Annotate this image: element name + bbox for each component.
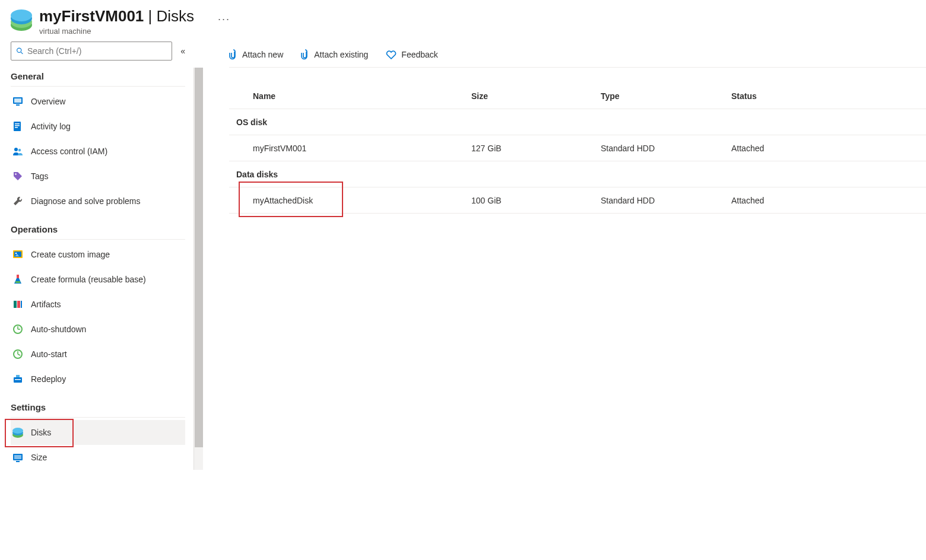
- people-icon: [12, 145, 24, 157]
- sidebar-item-create-custom-image[interactable]: Create custom image: [11, 242, 185, 267]
- svg-point-0: [17, 48, 21, 52]
- disks-table: Name Size Type Status OS disk myFirstVM0…: [229, 83, 926, 214]
- sidebar-item-label: Redeploy: [31, 374, 66, 384]
- feedback-button[interactable]: Feedback: [386, 50, 437, 59]
- search-icon: [16, 47, 24, 55]
- tag-icon: [12, 170, 24, 182]
- disks-icon: [12, 427, 24, 438]
- collapse-sidebar-button[interactable]: «: [180, 46, 185, 56]
- sidebar-item-tags[interactable]: Tags: [11, 164, 185, 189]
- resource-type-icon: [11, 9, 32, 31]
- more-actions-button[interactable]: ···: [218, 13, 230, 26]
- disk-size-cell: 100 GiB: [471, 196, 601, 205]
- toolbar-item-label: Attach existing: [314, 50, 368, 59]
- divider: [11, 239, 185, 240]
- sidebar-scrollbar[interactable]: ▼: [194, 68, 203, 470]
- sidebar-item-label: Auto-shutdown: [31, 324, 86, 334]
- search-input-wrapper[interactable]: [11, 42, 172, 61]
- sidebar-item-access-control[interactable]: Access control (IAM): [11, 139, 185, 164]
- scrollbar-thumb[interactable]: [195, 68, 203, 447]
- table-row[interactable]: myFirstVM001 127 GiB Standard HDD Attach…: [229, 135, 926, 161]
- svg-rect-7: [15, 125, 20, 126]
- svg-rect-15: [17, 275, 19, 278]
- sidebar-item-label: Tags: [31, 171, 49, 181]
- sidebar-item-activity-log[interactable]: Activity log: [11, 114, 185, 139]
- attach-existing-button[interactable]: Attach existing: [301, 49, 368, 60]
- svg-point-9: [14, 148, 18, 151]
- sidebar-item-label: Artifacts: [31, 300, 61, 309]
- disk-status-cell: Attached: [731, 144, 850, 153]
- sidebar-item-label: Activity log: [31, 122, 71, 131]
- sidebar-section-settings: Settings: [11, 402, 185, 412]
- sidebar-item-auto-shutdown[interactable]: Auto-shutdown: [11, 317, 185, 342]
- page-header: myFirstVM001 | Disks virtual machine ···: [0, 0, 926, 42]
- sidebar-item-artifacts[interactable]: Artifacts: [11, 292, 185, 317]
- svg-rect-4: [16, 104, 20, 106]
- svg-line-25: [18, 354, 20, 355]
- table-header-row: Name Size Type Status: [229, 83, 926, 109]
- sidebar-item-disks[interactable]: Disks: [11, 420, 185, 445]
- clock-start-icon: [12, 348, 24, 360]
- disk-size-cell: 127 GiB: [471, 144, 601, 153]
- svg-rect-8: [15, 127, 18, 128]
- toolbar: Attach new Attach existing Feedback: [229, 42, 926, 68]
- attach-icon: [301, 49, 309, 60]
- sidebar-item-create-formula[interactable]: Create formula (reusable base): [11, 267, 185, 292]
- column-header-status[interactable]: Status: [731, 91, 850, 101]
- svg-rect-5: [14, 122, 21, 131]
- svg-rect-27: [16, 375, 20, 377]
- disk-status-cell: Attached: [731, 196, 850, 205]
- heart-icon: [386, 50, 397, 59]
- svg-rect-3: [14, 98, 21, 103]
- svg-point-11: [15, 173, 17, 175]
- sidebar-item-redeploy[interactable]: Redeploy: [11, 367, 185, 392]
- sidebar-item-overview[interactable]: Overview: [11, 89, 185, 114]
- main-content: Attach new Attach existing Feedback Name…: [196, 42, 926, 214]
- sidebar-item-size[interactable]: Size: [11, 445, 185, 470]
- log-icon: [12, 120, 24, 132]
- svg-point-10: [18, 149, 21, 151]
- sidebar-item-auto-start[interactable]: Auto-start: [11, 342, 185, 367]
- svg-point-14: [15, 253, 17, 254]
- page-title: myFirstVM001 | Disks: [39, 7, 194, 26]
- redeploy-icon: [12, 373, 24, 385]
- image-icon: [12, 249, 24, 260]
- data-disks-group-label: Data disks: [229, 161, 926, 187]
- clock-icon: [12, 323, 24, 335]
- sidebar-item-label: Diagnose and solve problems: [31, 196, 140, 206]
- svg-rect-30: [14, 455, 21, 459]
- svg-rect-28: [15, 379, 21, 380]
- svg-rect-19: [21, 301, 22, 308]
- attach-icon: [229, 49, 237, 60]
- attach-new-button[interactable]: Attach new: [229, 49, 283, 60]
- sidebar-item-diagnose[interactable]: Diagnose and solve problems: [11, 189, 185, 214]
- divider: [11, 86, 185, 87]
- sidebar-section-general: General: [11, 71, 185, 81]
- wrench-icon: [12, 195, 24, 207]
- monitor-icon: [12, 96, 24, 107]
- artifacts-icon: [12, 298, 24, 310]
- column-header-type[interactable]: Type: [601, 91, 731, 101]
- sidebar-item-label: Create custom image: [31, 250, 110, 259]
- toolbar-item-label: Feedback: [401, 50, 437, 59]
- sidebar-item-label: Create formula (reusable base): [31, 275, 146, 284]
- toolbar-item-label: Attach new: [242, 50, 283, 59]
- disk-name-cell: myFirstVM001: [229, 144, 471, 153]
- sidebar-item-label: Auto-start: [31, 349, 67, 359]
- column-header-name[interactable]: Name: [229, 91, 471, 101]
- sidebar-item-label: Disks: [31, 428, 51, 437]
- sidebar-item-label: Overview: [31, 97, 65, 106]
- disk-name-cell: myAttachedDisk: [229, 196, 471, 205]
- column-header-size[interactable]: Size: [471, 91, 601, 101]
- disk-type-cell: Standard HDD: [601, 144, 731, 153]
- disk-type-cell: Standard HDD: [601, 196, 731, 205]
- sidebar-item-label: Size: [31, 453, 47, 462]
- table-row[interactable]: myAttachedDisk 100 GiB Standard HDD Atta…: [229, 187, 926, 214]
- sidebar: « General Overview Activity log Access c…: [0, 42, 196, 470]
- svg-rect-16: [15, 281, 20, 283]
- svg-line-1: [21, 52, 23, 54]
- sidebar-section-operations: Operations: [11, 224, 185, 234]
- search-input[interactable]: [27, 46, 167, 56]
- svg-rect-18: [17, 301, 20, 308]
- svg-rect-31: [16, 461, 20, 462]
